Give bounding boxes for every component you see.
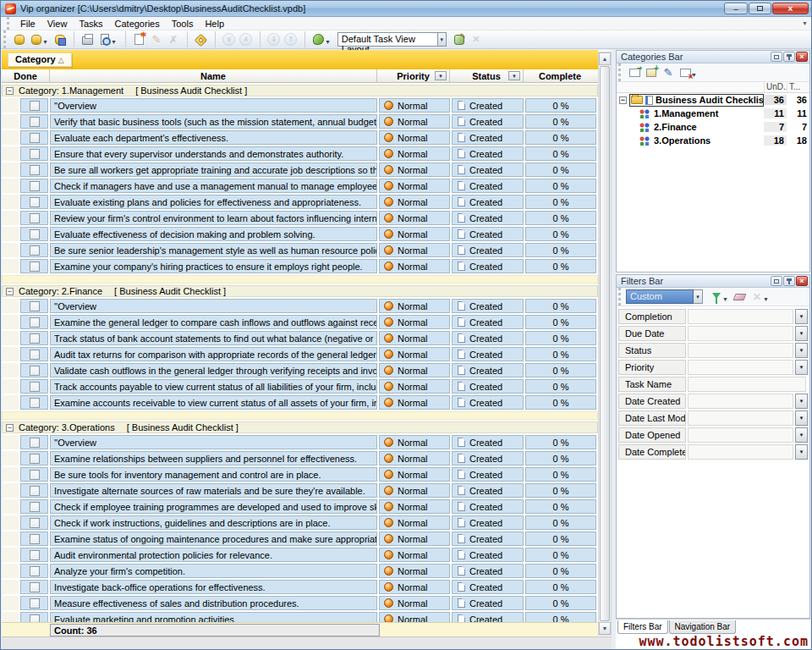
- table-scrollbar[interactable]: ▲ ▼: [598, 52, 612, 636]
- task-row[interactable]: Check if work instructions, guidelines a…: [2, 515, 598, 530]
- menu-item-help[interactable]: Help: [199, 18, 230, 30]
- filter-dropdown-icon[interactable]: ▼: [795, 360, 808, 375]
- panel-pin-icon[interactable]: [783, 276, 795, 286]
- panel-restore-icon[interactable]: [771, 276, 782, 286]
- done-checkbox[interactable]: [30, 149, 40, 159]
- column-header-status[interactable]: Status▼: [450, 69, 524, 82]
- done-checkbox[interactable]: [30, 486, 40, 496]
- done-checkbox[interactable]: [30, 438, 40, 448]
- tree-item[interactable]: 1.Management1111: [617, 107, 809, 120]
- filter-value-input[interactable]: [688, 326, 793, 341]
- done-checkbox[interactable]: [30, 382, 40, 392]
- tree-column-header-0[interactable]: UnD...: [764, 82, 787, 92]
- panel-pin-icon[interactable]: [783, 52, 795, 62]
- task-row[interactable]: Evaluate effectiveness of decision makin…: [2, 227, 598, 241]
- clear-filter-icon[interactable]: [732, 289, 749, 305]
- task-row[interactable]: Investigate back-office operations for e…: [2, 580, 598, 594]
- menu-item-categories[interactable]: Categories: [109, 18, 166, 30]
- menu-item-tools[interactable]: Tools: [166, 18, 200, 30]
- task-row[interactable]: Be sure tools for inventory management a…: [2, 467, 598, 482]
- collapse-icon[interactable]: −: [6, 288, 14, 295]
- tree-item[interactable]: 2.Finance77: [617, 120, 809, 134]
- done-checkbox[interactable]: [30, 262, 40, 272]
- highlight-icon[interactable]: [193, 31, 210, 47]
- done-checkbox[interactable]: [30, 133, 40, 143]
- group-by-category-button[interactable]: Category△: [8, 52, 72, 67]
- filter-value-input[interactable]: [688, 444, 793, 460]
- done-checkbox[interactable]: [30, 245, 40, 256]
- task-row[interactable]: Investigate alternate sources of raw mat…: [2, 483, 598, 498]
- scrollbar-thumb[interactable]: [600, 66, 610, 621]
- task-row[interactable]: Be sure all workers get appropriate trai…: [2, 162, 598, 177]
- filter-preset-dropdown-icon[interactable]: ▼: [694, 289, 703, 304]
- status-filter-dropdown-icon[interactable]: ▼: [508, 71, 520, 80]
- done-checkbox[interactable]: [30, 454, 40, 464]
- task-row[interactable]: Evaluate each department's effectiveness…: [2, 130, 598, 145]
- layout-combo-dropdown-icon[interactable]: ▼: [437, 32, 447, 47]
- task-row[interactable]: Check if employee training programmes ar…: [2, 499, 598, 514]
- group-header-row[interactable]: −Category: 2.Finance[ Business Audit Che…: [2, 285, 598, 297]
- column-header-name[interactable]: Name: [50, 69, 377, 82]
- save-database-icon[interactable]: [52, 31, 69, 47]
- done-checkbox[interactable]: [30, 350, 40, 360]
- scroll-down-icon[interactable]: ▼: [599, 622, 611, 635]
- complete-task-icon[interactable]: [310, 31, 327, 47]
- task-row[interactable]: Verify that basic business tools (such a…: [2, 114, 598, 129]
- tree-column-header-1[interactable]: T...: [787, 82, 809, 92]
- done-checkbox[interactable]: [30, 470, 40, 480]
- filter-value-input[interactable]: [688, 377, 806, 392]
- new-task-icon[interactable]: [131, 31, 148, 47]
- tab-filters-bar[interactable]: Filters Bar: [617, 620, 668, 634]
- menu-item-file[interactable]: File: [14, 18, 41, 30]
- print-preview-icon[interactable]: [96, 31, 113, 47]
- column-header-priority[interactable]: Priority▼: [377, 69, 450, 82]
- task-row[interactable]: ''OverviewNormalCreated0 %: [2, 299, 598, 313]
- done-checkbox[interactable]: [30, 582, 40, 592]
- task-row[interactable]: Evaluate existing plans and policies for…: [2, 195, 598, 209]
- task-row[interactable]: Evaluate marketing and promotion activit…: [2, 612, 598, 622]
- task-row[interactable]: Check if managers have and use a managem…: [2, 179, 598, 193]
- filter-dropdown-icon[interactable]: ▼: [795, 444, 808, 460]
- tree-item[interactable]: 3.Operations1818: [617, 134, 809, 147]
- done-checkbox[interactable]: [30, 181, 40, 191]
- filter-dropdown-icon[interactable]: ▼: [795, 427, 808, 443]
- filter-value-input[interactable]: [688, 360, 793, 375]
- close-button[interactable]: ×: [772, 3, 809, 14]
- done-checkbox[interactable]: [30, 518, 40, 528]
- new-database-icon[interactable]: [11, 31, 28, 47]
- filter-dropdown-icon[interactable]: ▼: [795, 326, 808, 341]
- minimize-button[interactable]: –: [724, 3, 748, 14]
- panel-close-icon[interactable]: ×: [796, 276, 808, 286]
- done-checkbox[interactable]: [30, 398, 40, 408]
- group-header-row[interactable]: −Category: 3.Operations[ Business Audit …: [2, 421, 598, 433]
- filter-value-input[interactable]: [688, 343, 793, 358]
- task-row[interactable]: Audit tax returns for comparison with ap…: [2, 347, 598, 361]
- new-checklist-icon[interactable]: [626, 65, 643, 80]
- panel-restore-icon[interactable]: [771, 52, 782, 62]
- tree-item[interactable]: −Business Audit Checklist3636: [617, 93, 809, 107]
- done-checkbox[interactable]: [30, 614, 40, 623]
- task-row[interactable]: Track accounts payable to view current s…: [2, 379, 598, 394]
- filter-preset-combo[interactable]: Custom ▼: [626, 289, 703, 304]
- task-row[interactable]: Examine the general ledger to compare ca…: [2, 315, 598, 329]
- priority-filter-dropdown-icon[interactable]: ▼: [435, 71, 447, 80]
- task-row[interactable]: Review your firm's control environment t…: [2, 211, 598, 225]
- done-checkbox[interactable]: [30, 550, 40, 560]
- filter-dropdown-icon[interactable]: ▼: [795, 309, 808, 324]
- task-row[interactable]: Analyze your firm's competition.NormalCr…: [2, 564, 598, 578]
- task-row[interactable]: Be sure senior leadership's management s…: [2, 243, 598, 257]
- save-layout-icon[interactable]: [451, 31, 468, 47]
- done-checkbox[interactable]: [30, 165, 40, 175]
- apply-filter-more-icon[interactable]: ▼: [722, 296, 728, 302]
- done-checkbox[interactable]: [30, 502, 40, 512]
- layout-combo[interactable]: Default Task View Layout ▼: [337, 32, 447, 47]
- filter-dropdown-icon[interactable]: ▼: [795, 343, 808, 358]
- collapse-icon[interactable]: −: [619, 96, 627, 104]
- filter-dropdown-icon[interactable]: ▼: [795, 410, 808, 426]
- task-row[interactable]: Examine your company's hiring practices …: [2, 259, 598, 273]
- done-checkbox[interactable]: [30, 366, 40, 376]
- menubar-overflow-icon[interactable]: ▼: [802, 20, 808, 26]
- task-row[interactable]: Audit environmental protection policies …: [2, 548, 598, 562]
- task-row[interactable]: Examine relationships between suppliers …: [2, 451, 598, 465]
- task-row[interactable]: ''OverviewNormalCreated0 %: [2, 98, 598, 113]
